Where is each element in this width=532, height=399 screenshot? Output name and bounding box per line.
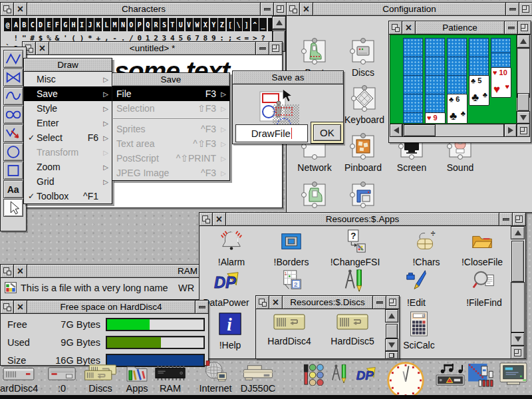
discs-titlebar[interactable]: Resources:$.Discs — [256, 296, 399, 309]
close-icon[interactable] — [213, 213, 226, 225]
character-cell[interactable]: ] — [243, 18, 250, 31]
tool-select-button[interactable] — [3, 199, 23, 217]
window-title[interactable]: Characters — [27, 3, 260, 15]
character-cell[interactable]: @ — [4, 18, 11, 31]
scroll-down-icon[interactable] — [517, 111, 530, 124]
window-title[interactable]: <untitled> * — [49, 42, 255, 55]
menu-item-enter[interactable]: Enter▷ — [24, 116, 112, 130]
toggle-size-icon[interactable] — [517, 21, 531, 34]
patience-titlebar[interactable]: Patience — [389, 21, 531, 35]
menu-item-toolbox[interactable]: ✓Toolbox^F1 — [24, 189, 112, 203]
character-cell[interactable]: _ — [259, 18, 267, 31]
save-as-titlebar[interactable]: Save as — [233, 71, 343, 84]
character-cell[interactable]: A — [12, 18, 19, 31]
character-cell[interactable]: F — [53, 18, 61, 31]
menu-item-save[interactable]: Save▷ — [24, 86, 112, 101]
scroll-up-icon[interactable] — [272, 16, 286, 29]
iconbar-ram[interactable]: RAM — [153, 358, 188, 399]
character-cell[interactable] — [4, 34, 11, 43]
tool-ellipse-button[interactable] — [3, 143, 23, 161]
back-icon[interactable] — [389, 21, 402, 34]
tool-edit-path-button[interactable] — [3, 124, 23, 142]
character-cell[interactable]: D — [37, 18, 45, 31]
card-10-hearts[interactable]: ♥ 10♥♥ — [491, 67, 511, 98]
character-cell[interactable]: Q — [144, 18, 152, 31]
iconbar-0[interactable]: :0 — [47, 358, 77, 399]
scrollbar-thumb[interactable] — [511, 241, 524, 282]
close-icon[interactable] — [300, 3, 313, 15]
menu-item-file[interactable]: FileF3▷ — [112, 86, 229, 101]
toggle-size-icon[interactable] — [512, 213, 525, 225]
toggle-size-icon[interactable] — [386, 296, 399, 309]
back-icon[interactable] — [200, 213, 213, 225]
character-cell[interactable]: T — [169, 18, 176, 31]
scroll-down-icon[interactable] — [385, 338, 398, 351]
scroll-right-icon[interactable] — [504, 124, 517, 137]
character-cell[interactable]: C — [29, 18, 36, 31]
window-title[interactable]: Save — [112, 73, 229, 86]
card-6-clubs[interactable]: ♣ 6♣♣ — [447, 94, 467, 124]
disc-harddisc4[interactable]: HardDisc4 — [259, 311, 319, 353]
character-cell[interactable]: G — [62, 18, 69, 31]
iconbar-maestro[interactable] — [434, 358, 467, 399]
iconbar-dj550c[interactable]: DJ550C — [241, 358, 275, 399]
iconbar-computer[interactable] — [498, 358, 529, 399]
card-back[interactable] — [403, 112, 423, 124]
character-cell[interactable]: ! — [12, 34, 19, 43]
toggle-size-icon[interactable] — [519, 3, 532, 15]
close-icon[interactable] — [14, 265, 27, 277]
scroll-up-icon[interactable] — [517, 35, 530, 48]
character-cell[interactable]: W — [194, 18, 201, 31]
toggle-size-icon[interactable] — [269, 42, 282, 55]
close-icon[interactable] — [14, 3, 27, 15]
vertical-scrollbar[interactable] — [517, 48, 530, 98]
free-space-titlebar[interactable]: Free space on HardDisc4 — [1, 301, 208, 314]
character-cell[interactable]: K — [94, 18, 102, 31]
iconise-icon[interactable] — [195, 301, 208, 313]
menu-item-grid[interactable]: Grid▷ — [24, 174, 112, 189]
character-cell[interactable]: \ — [235, 18, 242, 31]
window-title[interactable]: Free space on HardDisc4 — [27, 301, 195, 313]
character-cell[interactable]: S — [160, 18, 168, 31]
iconbar-datapower[interactable]: DP — [351, 358, 380, 399]
iconise-icon[interactable] — [505, 3, 519, 15]
app-alarm[interactable]: !Alarm — [200, 229, 265, 269]
tool-line-button[interactable] — [3, 50, 23, 68]
scrollbar-thumb[interactable] — [386, 324, 398, 338]
character-cell[interactable]: J — [86, 18, 94, 31]
character-cell[interactable]: M — [111, 18, 118, 31]
iconise-icon[interactable] — [260, 3, 273, 15]
menu-item-postscript[interactable]: PostScript^⇧PRINT▷ — [112, 151, 229, 166]
iconise-icon[interactable] — [499, 213, 512, 225]
toggle-size-icon[interactable] — [273, 3, 287, 15]
character-cell[interactable]: I — [78, 18, 86, 31]
tool-rectangle-button[interactable] — [3, 162, 23, 180]
app-changefsi[interactable]: ?!ChangeFSI — [322, 229, 388, 269]
iconbar-paint[interactable] — [301, 358, 327, 399]
character-cell[interactable]: P — [136, 18, 143, 31]
iconise-icon[interactable] — [255, 42, 269, 55]
window-title[interactable]: Save as — [233, 71, 343, 84]
back-icon[interactable] — [1, 265, 14, 277]
configuration-titlebar[interactable]: Configuration — [287, 3, 532, 16]
tool-text-button[interactable]: Aa — [3, 180, 23, 198]
menu-item-select[interactable]: ✓SelectF6▷ — [24, 130, 112, 145]
iconbar-arddisc4[interactable]: ardDisc4 — [1, 358, 36, 399]
sprite-file-icon[interactable] — [5, 282, 17, 293]
ok-button[interactable]: OK — [311, 122, 344, 144]
resize-handle[interactable] — [517, 124, 530, 137]
iconise-icon[interactable] — [372, 296, 386, 309]
characters-titlebar[interactable]: Characters — [1, 3, 287, 16]
close-icon[interactable] — [36, 42, 49, 55]
iconbar-draw-app[interactable] — [329, 358, 350, 399]
character-cell[interactable]: E — [45, 18, 53, 31]
character-cell[interactable]: Y — [210, 18, 217, 31]
window-title[interactable]: RAM — [27, 265, 200, 277]
scrollbar-thumb[interactable] — [404, 124, 436, 136]
character-cell[interactable]: N — [119, 18, 126, 31]
filename-value[interactable]: DrawFile — [251, 128, 291, 139]
close-icon[interactable] — [14, 301, 27, 313]
menu-item-misc[interactable]: Misc▷ — [24, 72, 112, 86]
menu-item-selection[interactable]: Selection⇧F3▷ — [112, 101, 229, 116]
iconbar-internet[interactable]: Internet — [197, 358, 234, 399]
